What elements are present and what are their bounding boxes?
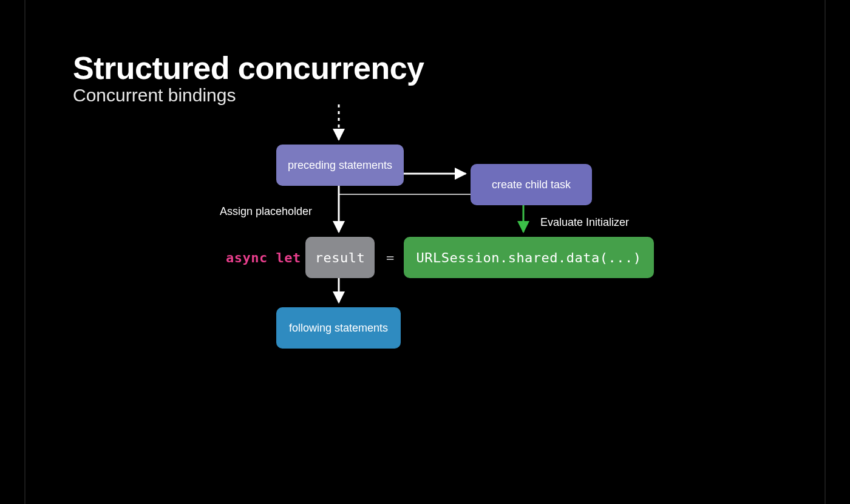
box-url-session: URLSession.shared.data(...): [404, 237, 654, 278]
slide-title: Structured concurrency: [73, 50, 424, 86]
label-evaluate-initializer: Evaluate Initializer: [540, 216, 629, 229]
slide-subtitle: Concurrent bindings: [73, 85, 236, 106]
code-equals: =: [386, 250, 395, 265]
left-margin-guide: [24, 0, 25, 504]
code-keyword-async-let: async let: [226, 250, 301, 265]
slide: Structured concurrency Concurrent bindin…: [0, 0, 850, 504]
box-preceding-statements: preceding statements: [276, 145, 404, 186]
box-create-child-task: create child task: [471, 164, 592, 205]
box-result: result: [305, 237, 375, 278]
right-margin-guide: [824, 0, 826, 504]
box-following-statements: following statements: [276, 307, 401, 349]
label-assign-placeholder: Assign placeholder: [220, 205, 312, 218]
